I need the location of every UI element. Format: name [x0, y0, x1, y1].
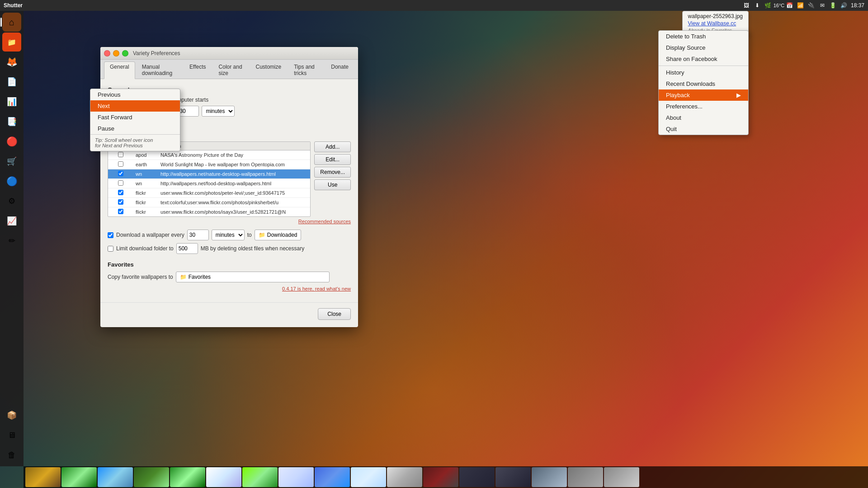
- sidebar-icon-home[interactable]: ⌂: [2, 13, 21, 32]
- td-enabled[interactable]: [108, 179, 133, 188]
- sidebar-icon-ubuntu2[interactable]: 🔵: [2, 172, 21, 191]
- volume-icon[interactable]: 🔊: [840, 1, 848, 9]
- network-icon[interactable]: 📶: [797, 1, 805, 9]
- row-checkbox-7[interactable]: [118, 209, 123, 214]
- sidebar-icon-box[interactable]: 📦: [2, 406, 21, 425]
- taskbar-thumb-11[interactable]: [387, 467, 422, 487]
- view-at-wallbase-link[interactable]: View at Wallbase.cc: [688, 20, 736, 27]
- td-enabled[interactable]: [108, 188, 133, 197]
- tab-general[interactable]: General: [104, 61, 135, 79]
- sm-previous[interactable]: Previous: [90, 89, 180, 100]
- cm-display-source[interactable]: Display Source: [659, 42, 748, 53]
- limit-value-input[interactable]: [176, 243, 198, 254]
- td-enabled[interactable]: [108, 198, 133, 207]
- limit-checkbox[interactable]: [108, 246, 113, 252]
- sm-fast-forward[interactable]: Fast Forward: [90, 112, 180, 123]
- download-checkbox[interactable]: [108, 232, 113, 238]
- add-button[interactable]: Add...: [314, 141, 351, 152]
- table-row[interactable]: apod NASA's Astronomy Picture of the Day: [108, 150, 310, 160]
- wm-maximize-button[interactable]: [122, 50, 128, 56]
- download-unit-select[interactable]: minutes hours: [212, 230, 245, 240]
- sidebar-icon-browser[interactable]: 🦊: [2, 52, 21, 71]
- cm-history[interactable]: History: [659, 67, 748, 78]
- table-row[interactable]: earth World Sunlight Map - live wallpape…: [108, 160, 310, 169]
- table-row[interactable]: flickr user:www.flickr.com/photos/peter-…: [108, 188, 310, 198]
- taskbar-thumb-13[interactable]: [459, 467, 495, 487]
- sidebar-icon-spreadsheet[interactable]: 📊: [2, 92, 21, 111]
- cm-recent-downloads[interactable]: Recent Downloads: [659, 78, 748, 89]
- sidebar-icon-text[interactable]: 📄: [2, 72, 21, 91]
- td-enabled[interactable]: [108, 150, 133, 160]
- sidebar-icon-pencil[interactable]: ✏: [2, 231, 21, 250]
- variety-icon[interactable]: 🌿: [764, 1, 772, 9]
- sidebar-icon-settings[interactable]: ⚙: [2, 192, 21, 211]
- taskbar-thumb-3[interactable]: [98, 467, 133, 487]
- taskbar-thumb-14[interactable]: [495, 467, 531, 487]
- taskbar-thumb-15[interactable]: [532, 467, 567, 487]
- row-checkbox-4[interactable]: [118, 180, 123, 186]
- taskbar-thumb-9[interactable]: [315, 467, 350, 487]
- table-row[interactable]: wn http://wallpapers.net/food-desktop-wa…: [108, 179, 310, 188]
- sidebar-icon-presentation[interactable]: 📑: [2, 112, 21, 131]
- row-checkbox-5[interactable]: [118, 190, 123, 195]
- download-folder-button[interactable]: 📁 Downloaded: [255, 230, 302, 240]
- td-enabled[interactable]: [108, 207, 133, 216]
- taskbar-thumb-6[interactable]: [206, 467, 241, 487]
- sidebar-icon-monitor[interactable]: 🖥: [2, 426, 21, 445]
- taskbar-thumb-5[interactable]: [170, 467, 205, 487]
- sidebar-icon-trend[interactable]: 📈: [2, 211, 21, 230]
- close-button[interactable]: Close: [318, 308, 351, 320]
- sidebar-icon-trash[interactable]: 🗑: [2, 446, 21, 465]
- use-button[interactable]: Use: [314, 179, 351, 190]
- tab-color-and-size[interactable]: Color and size: [213, 61, 249, 79]
- cm-preferences[interactable]: Preferences...: [659, 101, 748, 112]
- taskbar-thumb-10[interactable]: [351, 467, 386, 487]
- taskbar-thumb-17[interactable]: [604, 467, 639, 487]
- battery-icon[interactable]: 🔋: [829, 1, 837, 9]
- cm-about[interactable]: About: [659, 112, 748, 123]
- temperature-icon[interactable]: 16°C: [775, 1, 783, 9]
- sidebar-icon-amazon[interactable]: 🛒: [2, 152, 21, 171]
- taskbar-thumb-7[interactable]: [242, 467, 278, 487]
- taskbar-thumb-12[interactable]: [423, 467, 458, 487]
- tab-donate[interactable]: Donate: [325, 61, 354, 79]
- sm-next[interactable]: Next: [90, 100, 180, 112]
- sm-pause[interactable]: Pause: [90, 123, 180, 134]
- tab-effects[interactable]: Effects: [184, 61, 212, 79]
- table-row[interactable]: flickr text:colorful;user:www.flickr.com…: [108, 198, 310, 207]
- update-link[interactable]: 0.4.17 is here, read what's new: [108, 286, 351, 291]
- calendar-icon[interactable]: 📅: [786, 1, 794, 9]
- cm-quit[interactable]: Quit: [659, 123, 748, 135]
- cm-playback[interactable]: Playback ▶: [659, 89, 748, 101]
- table-row[interactable]: wn http://wallpapers.net/nature-desktop-…: [108, 169, 310, 179]
- taskbar-thumb-2[interactable]: [61, 467, 97, 487]
- row-checkbox-6[interactable]: [118, 199, 123, 205]
- change-wallpaper-value-input[interactable]: [177, 106, 199, 117]
- wm-minimize-button[interactable]: [113, 50, 119, 56]
- sidebar-icon-files[interactable]: 📁: [2, 33, 21, 52]
- clock[interactable]: 18:37: [851, 2, 864, 9]
- tab-manual-downloading[interactable]: Manual downloading: [136, 61, 183, 79]
- indicator-icon[interactable]: ⬇: [753, 1, 761, 9]
- nm-icon[interactable]: 🔌: [807, 1, 816, 9]
- mail-icon[interactable]: ✉: [818, 1, 826, 9]
- download-value-input[interactable]: [187, 230, 209, 240]
- table-row[interactable]: flickr user:www.flickr.com/photos/isayx3…: [108, 207, 310, 216]
- taskbar-thumb-4[interactable]: [134, 467, 169, 487]
- favorites-folder-button[interactable]: 📁 Favorites: [176, 272, 330, 282]
- row-checkbox-3[interactable]: [118, 171, 123, 176]
- taskbar-thumb-8[interactable]: [278, 467, 314, 487]
- row-checkbox-2[interactable]: [118, 161, 123, 167]
- edit-button[interactable]: Edit...: [314, 154, 351, 165]
- recommended-sources-link[interactable]: Recommended sources: [108, 219, 351, 224]
- sidebar-icon-ubuntu[interactable]: 🔴: [2, 132, 21, 151]
- td-enabled[interactable]: [108, 169, 133, 178]
- tab-customize[interactable]: Customize: [250, 61, 288, 79]
- taskbar-thumb-16[interactable]: [568, 467, 603, 487]
- td-enabled[interactable]: [108, 160, 133, 169]
- cm-share-facebook[interactable]: Share on Facebook: [659, 53, 748, 65]
- remove-button[interactable]: Remove...: [314, 167, 351, 178]
- change-wallpaper-unit-select[interactable]: minutes hours: [202, 106, 235, 117]
- wm-close-button[interactable]: [104, 50, 110, 56]
- cm-delete-trash[interactable]: Delete to Trash: [659, 31, 748, 42]
